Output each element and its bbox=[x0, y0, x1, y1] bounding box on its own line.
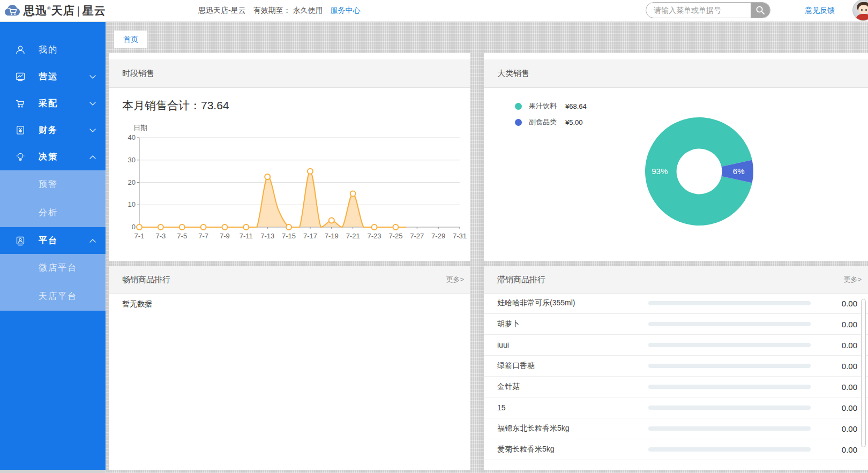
time-sales-line-chart: 日期0102030407-17-37-57-77-97-117-137-157-… bbox=[109, 87, 470, 261]
sidebar-item-决策[interactable]: 决策 bbox=[0, 144, 106, 170]
panel-slow-sellers: 滞销商品排行 更多> 娃哈哈非常可乐(355ml)0.00胡萝卜0.00iuui… bbox=[484, 266, 868, 470]
user-icon bbox=[15, 44, 26, 55]
finance-yuan-icon bbox=[15, 125, 26, 136]
slice-pct-label: 6% bbox=[733, 167, 745, 176]
sales-progress-bar bbox=[648, 364, 811, 368]
product-name: 绿箭口香糖 bbox=[497, 361, 535, 371]
chevron-up-icon bbox=[89, 155, 96, 160]
slow-seller-row[interactable]: 爱菊长粒香米5kg0.00 bbox=[484, 439, 868, 460]
chevron-down-icon bbox=[89, 128, 96, 133]
sales-progress-bar bbox=[648, 343, 811, 347]
sidebar-subitem-天店平台[interactable]: 天店平台 bbox=[0, 282, 106, 311]
data-point-marker bbox=[393, 224, 398, 230]
y-tick-label: 20 bbox=[128, 178, 136, 186]
data-point-marker bbox=[265, 174, 270, 179]
procurement-cart-icon bbox=[15, 98, 26, 109]
slow-seller-row[interactable]: 娃哈哈非常可乐(355ml)0.00 bbox=[484, 293, 868, 314]
sales-value: 0.00 bbox=[842, 445, 857, 454]
data-point-marker bbox=[158, 224, 163, 230]
data-point-marker bbox=[222, 224, 227, 230]
sidebar-item-采配[interactable]: 采配 bbox=[0, 90, 106, 117]
slow-sellers-list: 娃哈哈非常可乐(355ml)0.00胡萝卜0.00iuui0.00绿箭口香糖0.… bbox=[484, 293, 868, 460]
panel-title: 畅销商品排行 bbox=[122, 275, 170, 285]
user-avatar[interactable] bbox=[852, 0, 868, 21]
sales-value: 0.00 bbox=[842, 403, 857, 412]
slow-seller-row[interactable]: 金针菇0.00 bbox=[484, 377, 868, 397]
slow-seller-row[interactable]: 150.00 bbox=[484, 397, 868, 418]
axis-corner-label: 日期 bbox=[133, 124, 147, 132]
sales-value: 0.00 bbox=[842, 424, 857, 433]
search-button[interactable] bbox=[751, 3, 770, 18]
sidebar-item-财务[interactable]: 财务 bbox=[0, 117, 106, 144]
product-info: 思迅天店-星云 有效期至： 永久使用 服务中心 bbox=[198, 0, 368, 21]
x-tick-label: 7-9 bbox=[220, 232, 230, 240]
product-name: 娃哈哈非常可乐(355ml) bbox=[497, 298, 575, 308]
service-center-link[interactable]: 服务中心 bbox=[331, 6, 361, 16]
product-name: 胡萝卜 bbox=[497, 319, 520, 329]
panel-best-sellers-header: 畅销商品排行 更多> bbox=[109, 266, 470, 294]
x-tick-label: 7-11 bbox=[240, 232, 253, 240]
x-tick-label: 7-17 bbox=[303, 232, 317, 240]
sidebar-item-营运[interactable]: 营运 bbox=[0, 63, 106, 90]
avatar-shirt bbox=[856, 14, 868, 21]
sidebar-nav: 我的营运采配财务决策预警分析平台微店平台天店平台 bbox=[0, 21, 106, 470]
brand-name: 思迅®天店|星云 bbox=[24, 3, 106, 18]
chevron-down-icon bbox=[89, 101, 96, 106]
chevron-up-icon bbox=[89, 238, 96, 243]
sidebar-item-我的[interactable]: 我的 bbox=[0, 36, 106, 63]
x-tick-label: 7-1 bbox=[134, 232, 145, 240]
list-scrollbar[interactable] bbox=[861, 299, 866, 447]
panel-slow-sellers-header: 滞销商品排行 更多> bbox=[484, 266, 868, 294]
sales-progress-bar bbox=[648, 385, 811, 389]
product-name: 思迅天店-星云 bbox=[198, 6, 246, 16]
sidebar-subitem-label: 分析 bbox=[39, 207, 58, 219]
sidebar-item-平台[interactable]: 平台 bbox=[0, 227, 106, 254]
sales-progress-bar bbox=[648, 322, 811, 326]
data-point-marker bbox=[286, 224, 291, 230]
sidebar-subgroup-平台: 微店平台天店平台 bbox=[0, 254, 106, 311]
x-tick-label: 7-5 bbox=[177, 232, 187, 240]
panel-time-sales-header: 时段销售 bbox=[109, 59, 470, 88]
y-tick-label: 0 bbox=[132, 223, 136, 231]
sales-value: 0.00 bbox=[842, 362, 857, 371]
main-content: 首页 时段销售 本月销售合计：73.64 日期0102030407-17-37-… bbox=[106, 21, 868, 473]
search-input[interactable] bbox=[646, 3, 751, 18]
panel-time-sales: 时段销售 本月销售合计：73.64 日期0102030407-17-37-57-… bbox=[109, 53, 470, 261]
slow-seller-row[interactable]: 胡萝卜0.00 bbox=[484, 314, 868, 335]
slow-seller-row[interactable]: 福锦东北长粒香米5kg0.00 bbox=[484, 418, 868, 439]
x-tick-label: 7-19 bbox=[325, 232, 339, 240]
x-tick-label: 7-13 bbox=[260, 232, 274, 240]
product-name: 金针菇 bbox=[497, 382, 520, 392]
sidebar-subitem-微店平台[interactable]: 微店平台 bbox=[0, 254, 106, 282]
best-sellers-more-link[interactable]: 更多> bbox=[446, 266, 464, 293]
sidebar-item-label: 财务 bbox=[39, 125, 58, 136]
slow-seller-row[interactable]: iuui0.00 bbox=[484, 335, 868, 356]
app-header: 思迅®天店|星云 思迅天店-星云 有效期至： 永久使用 服务中心 意见反馈 bbox=[0, 0, 868, 22]
platform-card-icon bbox=[15, 235, 26, 246]
x-tick-label: 7-29 bbox=[431, 232, 445, 240]
product-name: iuui bbox=[497, 341, 509, 349]
data-point-marker bbox=[179, 224, 185, 230]
x-tick-label: 7-21 bbox=[346, 232, 360, 240]
data-point-marker bbox=[350, 191, 356, 196]
x-tick-label: 7-31 bbox=[453, 232, 467, 240]
sales-progress-bar bbox=[648, 426, 811, 431]
y-tick-label: 40 bbox=[128, 133, 136, 141]
sales-value: 0.00 bbox=[842, 299, 857, 308]
sidebar-subitem-label: 预警 bbox=[39, 179, 58, 190]
chevron-down-icon bbox=[89, 74, 96, 79]
data-point-marker bbox=[308, 169, 313, 174]
panel-topstrip bbox=[484, 53, 868, 59]
app-logo: 思迅®天店|星云 bbox=[4, 0, 106, 21]
tab-home[interactable]: 首页 bbox=[114, 31, 147, 48]
sidebar-subgroup-决策: 预警分析 bbox=[0, 170, 106, 227]
feedback-link[interactable]: 意见反馈 bbox=[805, 6, 835, 16]
sidebar-item-label: 决策 bbox=[39, 152, 58, 163]
sidebar-subitem-label: 天店平台 bbox=[39, 291, 77, 302]
slow-sellers-more-link[interactable]: 更多> bbox=[843, 266, 862, 293]
data-point-marker bbox=[243, 224, 249, 230]
sidebar-subitem-预警[interactable]: 预警 bbox=[0, 170, 106, 199]
slow-seller-row[interactable]: 绿箭口香糖0.00 bbox=[484, 356, 868, 377]
product-name: 15 bbox=[497, 403, 506, 412]
sidebar-subitem-分析[interactable]: 分析 bbox=[0, 199, 106, 227]
